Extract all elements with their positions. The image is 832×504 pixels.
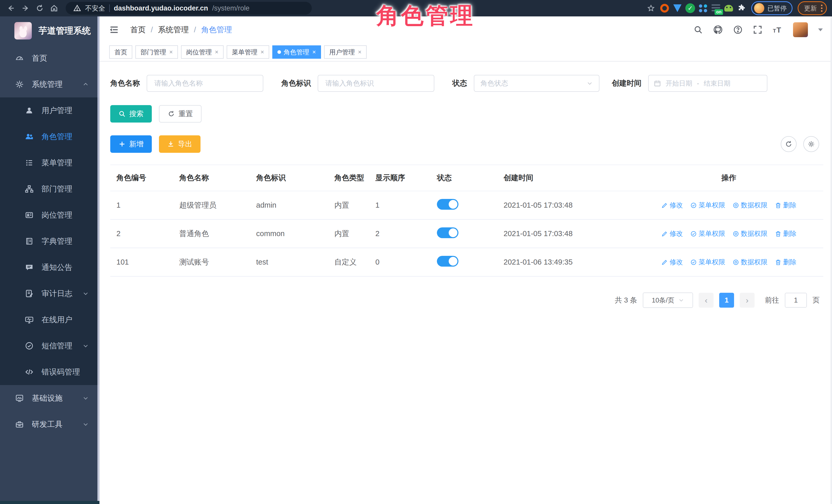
github-icon[interactable]: [713, 25, 723, 35]
fullscreen-icon[interactable]: [753, 25, 762, 34]
tab-roles[interactable]: 角色管理×: [272, 45, 321, 59]
sidebar-item-error-codes[interactable]: 错误码管理: [0, 359, 100, 385]
menu-permission-action[interactable]: 菜单权限: [690, 201, 725, 210]
bookmark-star-icon[interactable]: [645, 2, 657, 14]
address-bar[interactable]: 不安全 dashboard.yudao.iocoder.cn /system/r…: [66, 2, 312, 15]
breadcrumb-system[interactable]: 系统管理: [158, 25, 189, 35]
browser-forward-icon[interactable]: [20, 2, 31, 14]
gear-icon: [15, 80, 24, 89]
sidebar-item-home[interactable]: 首页: [0, 45, 100, 71]
tab-menus[interactable]: 菜单管理×: [227, 45, 269, 59]
sidebar-item-system[interactable]: 系统管理: [0, 71, 100, 98]
data-permission-action[interactable]: 数据权限: [732, 258, 768, 267]
status-toggle[interactable]: [437, 256, 459, 267]
help-icon[interactable]: [733, 25, 743, 35]
status-toggle[interactable]: [437, 228, 459, 238]
status-toggle[interactable]: [437, 199, 459, 210]
sidebar-item-dev-tools[interactable]: 研发工具: [0, 411, 100, 437]
error-code-icon: [25, 368, 34, 376]
status-select[interactable]: 角色状态: [474, 75, 599, 92]
menu-permission-action[interactable]: 菜单权限: [690, 258, 725, 267]
sidebar-item-audit-log[interactable]: 审计日志: [0, 281, 100, 307]
user-avatar[interactable]: [793, 22, 808, 37]
sidebar-item-sms[interactable]: 短信管理: [0, 333, 100, 359]
tab-close-icon[interactable]: ×: [169, 49, 173, 56]
tab-home[interactable]: 首页: [109, 45, 132, 59]
goto-page-input[interactable]: [785, 293, 807, 308]
browser-home-icon[interactable]: [48, 2, 60, 14]
app-title: 芋道管理系统: [38, 25, 91, 37]
prev-page-button[interactable]: ‹: [699, 293, 713, 308]
delete-action[interactable]: 删除: [775, 229, 797, 238]
export-button[interactable]: 导出: [159, 135, 201, 153]
edit-action[interactable]: 修改: [661, 258, 683, 267]
tab-posts[interactable]: 岗位管理×: [181, 45, 224, 59]
address-divider: [109, 4, 110, 12]
online-users-icon: [25, 315, 34, 324]
breadcrumb-current: 角色管理: [201, 25, 232, 35]
sidebar-collapse-icon[interactable]: [109, 24, 120, 35]
sidebar-item-users[interactable]: 用户管理: [0, 98, 100, 124]
url-host: dashboard.yudao.iocoder.cn: [114, 4, 208, 12]
sidebar-item-announcements[interactable]: 通知公告: [0, 254, 100, 281]
current-page-button[interactable]: 1: [719, 293, 734, 308]
extension-target-icon[interactable]: [659, 3, 670, 13]
table-refresh-button[interactable]: [781, 136, 797, 152]
browser-reload-icon[interactable]: [34, 2, 46, 14]
browser-update-button[interactable]: 更新: [798, 1, 827, 15]
tab-close-icon[interactable]: ×: [358, 49, 362, 56]
search-icon[interactable]: [694, 25, 703, 34]
sidebar-item-menus[interactable]: 菜单管理: [0, 150, 100, 176]
extension-adblock-icon[interactable]: on: [711, 3, 721, 13]
tab-close-icon[interactable]: ×: [312, 49, 316, 56]
delete-action[interactable]: 删除: [775, 258, 797, 267]
tab-departments[interactable]: 部门管理×: [135, 45, 178, 59]
dashboard-icon: [15, 54, 24, 62]
extension-shield-icon[interactable]: [672, 3, 682, 13]
table-settings-button[interactable]: [803, 136, 819, 152]
role-name-input[interactable]: [147, 75, 263, 92]
extension-check-icon[interactable]: ✓: [685, 3, 695, 13]
col-actions: 操作: [656, 165, 823, 191]
avatar-caret-down-icon[interactable]: [818, 28, 823, 31]
col-role-type: 角色类型: [328, 165, 369, 191]
browser-menu-kebab-icon[interactable]: [821, 5, 823, 12]
data-permission-action[interactable]: 数据权限: [732, 229, 768, 238]
next-page-button[interactable]: ›: [740, 293, 755, 308]
delete-action[interactable]: 删除: [775, 201, 797, 210]
search-button[interactable]: 搜索: [110, 105, 152, 123]
edit-action[interactable]: 修改: [661, 229, 683, 238]
add-button[interactable]: 新增: [110, 135, 152, 153]
browser-back-icon[interactable]: [5, 2, 17, 14]
sidebar-item-dictionary[interactable]: 字典管理: [0, 228, 100, 254]
sidebar-item-roles[interactable]: 角色管理: [0, 124, 100, 150]
extension-android-icon[interactable]: [724, 3, 734, 13]
font-size-icon[interactable]: TT: [773, 25, 783, 35]
sidebar-item-infrastructure[interactable]: 基础设施: [0, 385, 100, 411]
create-time-label: 创建时间: [612, 78, 642, 88]
sidebar-item-online-users[interactable]: 在线用户: [0, 307, 100, 333]
browser-profile-chip[interactable]: 已暂停: [751, 1, 792, 15]
data-permission-action[interactable]: 数据权限: [732, 201, 768, 210]
tab-close-icon[interactable]: ×: [260, 49, 264, 56]
extension-puzzle-icon[interactable]: [736, 3, 747, 13]
chevron-down-icon: [83, 395, 89, 401]
role-key-input[interactable]: [318, 75, 434, 92]
infrastructure-icon: [15, 394, 24, 402]
annotation-overlay-title: 角色管理: [376, 1, 475, 31]
security-warning-label: 不安全: [85, 4, 105, 13]
edit-action[interactable]: 修改: [661, 201, 683, 210]
col-status: 状态: [431, 165, 497, 191]
breadcrumb-home[interactable]: 首页: [130, 25, 146, 35]
sidebar-item-posts[interactable]: 岗位管理: [0, 202, 100, 228]
date-range-picker[interactable]: 开始日期 - 结束日期: [648, 75, 768, 92]
reset-button[interactable]: 重置: [159, 105, 202, 123]
page-size-select[interactable]: 10条/页: [643, 292, 693, 308]
tab-close-icon[interactable]: ×: [215, 49, 218, 56]
pagination-total: 共 3 条: [615, 295, 637, 305]
menu-permission-action[interactable]: 菜单权限: [690, 229, 725, 238]
tab-users[interactable]: 用户管理×: [324, 45, 367, 59]
extension-dots-icon[interactable]: [698, 3, 708, 13]
org-tree-icon: [25, 185, 34, 193]
sidebar-item-departments[interactable]: 部门管理: [0, 176, 100, 202]
